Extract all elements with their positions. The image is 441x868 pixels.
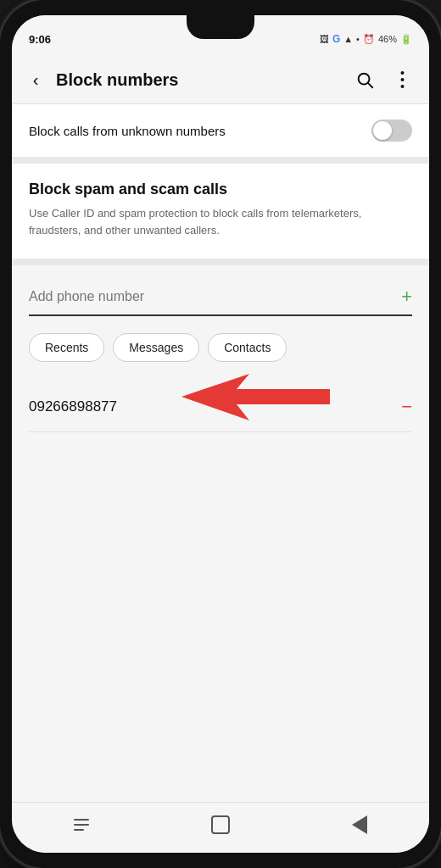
content: Block calls from unknown numbers Block s… <box>12 104 429 802</box>
more-options-icon <box>400 70 405 89</box>
app-bar: ‹ Block numbers <box>12 56 429 104</box>
spam-section: Block spam and scam calls Use Caller ID … <box>12 164 429 259</box>
battery-icon: 🔋 <box>400 34 412 45</box>
screen: 9:06 🖼 G ▲ • ⏰ 46% 🔋 ‹ Block numbers <box>12 15 429 853</box>
filter-buttons: Recents Messages Contacts <box>29 333 412 362</box>
blocked-numbers-list: 09266898877 − <box>12 382 429 432</box>
recents-filter-button[interactable]: Recents <box>29 333 104 362</box>
remove-number-button[interactable]: − <box>401 398 412 416</box>
recent-apps-button[interactable] <box>12 803 151 846</box>
add-number-section: + Recents Messages Contacts <box>12 265 429 382</box>
status-icons: 🖼 G ▲ • ⏰ 46% 🔋 <box>320 33 412 45</box>
home-icon <box>211 815 230 834</box>
phone-shell: 9:06 🖼 G ▲ • ⏰ 46% 🔋 ‹ Block numbers <box>0 0 441 868</box>
toggle-knob <box>373 121 392 140</box>
svg-point-2 <box>400 71 404 75</box>
svg-point-3 <box>400 78 404 81</box>
search-icon <box>355 70 374 89</box>
google-icon: G <box>332 33 340 45</box>
blocked-number-item: 09266898877 − <box>29 382 412 432</box>
svg-point-4 <box>400 85 404 88</box>
notch <box>187 15 254 39</box>
blocked-number-value: 09266898877 <box>29 398 117 415</box>
contacts-filter-button[interactable]: Contacts <box>208 333 287 362</box>
home-button[interactable] <box>151 803 290 846</box>
block-unknown-toggle[interactable] <box>371 120 412 142</box>
more-options-button[interactable] <box>385 63 419 97</box>
nav-line-2 <box>74 824 89 826</box>
recent-apps-icon <box>74 819 89 831</box>
page-title: Block numbers <box>56 70 348 90</box>
back-nav-icon <box>352 815 367 834</box>
alarm-icon: ⏰ <box>363 34 375 45</box>
block-unknown-label: Block calls from unknown numbers <box>29 124 226 138</box>
back-arrow-icon: ‹ <box>33 70 39 90</box>
add-number-field: + <box>29 286 412 316</box>
add-number-icon[interactable]: + <box>401 286 412 308</box>
section-divider-2 <box>12 259 429 265</box>
app-bar-actions <box>348 63 419 97</box>
nav-line-1 <box>74 819 89 821</box>
add-phone-number-input[interactable] <box>29 289 401 304</box>
nav-bar <box>12 802 429 853</box>
status-time: 9:06 <box>29 33 51 46</box>
back-button[interactable]: ‹ <box>19 63 53 97</box>
messages-filter-button[interactable]: Messages <box>113 333 199 362</box>
gallery-icon: 🖼 <box>320 34 329 44</box>
block-unknown-setting: Block calls from unknown numbers <box>12 104 429 157</box>
spam-description: Use Caller ID and spam protection to blo… <box>29 205 412 238</box>
nav-line-3 <box>74 829 84 831</box>
search-button[interactable] <box>348 63 382 97</box>
dot-icon: • <box>356 34 360 44</box>
back-nav-button[interactable] <box>290 803 429 846</box>
spam-title: Block spam and scam calls <box>29 181 412 198</box>
section-divider-1 <box>12 157 429 164</box>
battery-percent: 46% <box>378 34 397 44</box>
bluetooth-icon: ▲ <box>343 34 353 44</box>
svg-line-1 <box>368 83 372 87</box>
